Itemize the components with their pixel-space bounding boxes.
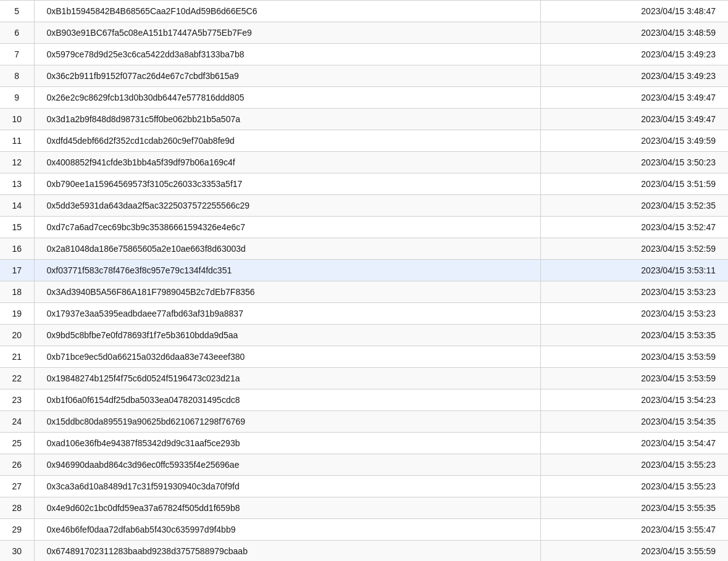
- transaction-hash[interactable]: 0xb71bce9ec5d0a66215a032d6daa83e743eeef3…: [34, 346, 540, 368]
- row-number: 25: [0, 433, 34, 454]
- table-row[interactable]: 290xe46b6fef0daa72dfab6ab5f430c635997d9f…: [0, 519, 728, 541]
- table-row[interactable]: 70x5979ce78d9d25e3c6ca5422dd3a8abf3133ba…: [0, 44, 728, 65]
- row-number: 17: [0, 260, 34, 281]
- row-number: 5: [0, 1, 34, 22]
- table-row[interactable]: 80x36c2b911fb9152f077ac26d4e67c7cbdf3b61…: [0, 65, 728, 87]
- transaction-hash[interactable]: 0xb1f06a0f6154df25dba5033ea04782031495cd…: [34, 389, 540, 411]
- table-row[interactable]: 100x3d1a2b9f848d8d98731c5ff0be062bb21b5a…: [0, 109, 728, 130]
- row-number: 6: [0, 22, 34, 44]
- transaction-date: 2023/04/15 3:53:35: [540, 325, 728, 346]
- table-row[interactable]: 170xf03771f583c78f476e3f8c957e79c134f4fd…: [0, 260, 728, 281]
- transaction-hash[interactable]: 0xd7c7a6ad7cec69bc3b9c35386661594326e4e6…: [34, 217, 540, 238]
- table-row[interactable]: 220x19848274b125f4f75c6d0524f5196473c023…: [0, 368, 728, 389]
- table-row[interactable]: 270x3ca3a6d10a8489d17c31f591930940c3da70…: [0, 476, 728, 497]
- transaction-date: 2023/04/15 3:54:35: [540, 411, 728, 433]
- transaction-hash[interactable]: 0xf03771f583c78f476e3f8c957e79c134f4fdc3…: [34, 260, 540, 281]
- transaction-hash[interactable]: 0x19848274b125f4f75c6d0524f5196473c023d2…: [34, 368, 540, 389]
- row-number: 20: [0, 325, 34, 346]
- transaction-hash[interactable]: 0x4e9d602c1bc0dfd59ea37a67824f505dd1f659…: [34, 497, 540, 519]
- transaction-date: 2023/04/15 3:50:23: [540, 152, 728, 173]
- row-number: 16: [0, 238, 34, 260]
- transaction-hash[interactable]: 0x9bd5c8bfbe7e0fd78693f1f7e5b3610bdda9d5…: [34, 325, 540, 346]
- table-row[interactable]: 50xB1b15945842B4B68565Caa2F10dAd59B6d66E…: [0, 1, 728, 22]
- table-row[interactable]: 210xb71bce9ec5d0a66215a032d6daa83e743eee…: [0, 346, 728, 368]
- transaction-date: 2023/04/15 3:48:47: [540, 1, 728, 22]
- transaction-date: 2023/04/15 3:49:23: [540, 65, 728, 87]
- transaction-hash[interactable]: 0x3d1a2b9f848d8d98731c5ff0be062bb21b5a50…: [34, 109, 540, 130]
- row-number: 21: [0, 346, 34, 368]
- table-row[interactable]: 120x4008852f941cfde3b1bb4a5f39df97b06a16…: [0, 152, 728, 173]
- transaction-date: 2023/04/15 3:52:35: [540, 195, 728, 217]
- row-number: 29: [0, 519, 34, 541]
- table-row[interactable]: 110xdfd45debf66d2f352cd1cdab260c9ef70ab8…: [0, 130, 728, 152]
- transaction-hash[interactable]: 0x5979ce78d9d25e3c6ca5422dd3a8abf3133ba7…: [34, 44, 540, 65]
- transaction-date: 2023/04/15 3:53:23: [540, 303, 728, 325]
- transaction-date: 2023/04/15 3:54:47: [540, 433, 728, 454]
- table-row[interactable]: 180x3Ad3940B5A56F86A181F7989045B2c7dEb7F…: [0, 281, 728, 303]
- transaction-date: 2023/04/15 3:49:23: [540, 44, 728, 65]
- row-number: 27: [0, 476, 34, 497]
- transaction-hash[interactable]: 0x3ca3a6d10a8489d17c31f591930940c3da70f9…: [34, 476, 540, 497]
- table-row[interactable]: 60xB903e91BC67fa5c08eA151b17447A5b775Eb7…: [0, 22, 728, 44]
- transaction-hash[interactable]: 0xad106e36fb4e94387f85342d9d9c31aaf5ce29…: [34, 433, 540, 454]
- transaction-date: 2023/04/15 3:54:23: [540, 389, 728, 411]
- table-row[interactable]: 300x674891702311283baabd9238d3757588979c…: [0, 541, 728, 562]
- transaction-date: 2023/04/15 3:55:59: [540, 541, 728, 562]
- row-number: 11: [0, 130, 34, 152]
- transaction-date: 2023/04/15 3:49:59: [540, 130, 728, 152]
- row-number: 10: [0, 109, 34, 130]
- transaction-hash[interactable]: 0x26e2c9c8629fcb13d0b30db6447e577816ddd8…: [34, 87, 540, 109]
- row-number: 26: [0, 454, 34, 476]
- transaction-date: 2023/04/15 3:55:47: [540, 519, 728, 541]
- transaction-hash[interactable]: 0xdfd45debf66d2f352cd1cdab260c9ef70ab8fe…: [34, 130, 540, 152]
- transaction-hash[interactable]: 0x3Ad3940B5A56F86A181F7989045B2c7dEb7F83…: [34, 281, 540, 303]
- row-number: 19: [0, 303, 34, 325]
- table-row[interactable]: 90x26e2c9c8629fcb13d0b30db6447e577816ddd…: [0, 87, 728, 109]
- transaction-date: 2023/04/15 3:52:59: [540, 238, 728, 260]
- transaction-hash[interactable]: 0xB1b15945842B4B68565Caa2F10dAd59B6d66E5…: [34, 1, 540, 22]
- table-row[interactable]: 140x5dd3e5931da643daa2f5ac32250375722555…: [0, 195, 728, 217]
- transaction-hash[interactable]: 0xB903e91BC67fa5c08eA151b17447A5b775Eb7F…: [34, 22, 540, 44]
- table-row[interactable]: 190x17937e3aa5395eadbdaee77afbd63af31b9a…: [0, 303, 728, 325]
- transaction-date: 2023/04/15 3:55:35: [540, 497, 728, 519]
- transaction-hash[interactable]: 0xb790ee1a15964569573f3105c26033c3353a5f…: [34, 173, 540, 195]
- transaction-date: 2023/04/15 3:53:23: [540, 281, 728, 303]
- table-row[interactable]: 260x946990daabd864c3d96ec0ffc59335f4e256…: [0, 454, 728, 476]
- transaction-hash[interactable]: 0x4008852f941cfde3b1bb4a5f39df97b06a169c…: [34, 152, 540, 173]
- row-number: 9: [0, 87, 34, 109]
- table-container: 50xB1b15945842B4B68565Caa2F10dAd59B6d66E…: [0, 0, 728, 561]
- transaction-date: 2023/04/15 3:55:23: [540, 476, 728, 497]
- transactions-table: 50xB1b15945842B4B68565Caa2F10dAd59B6d66E…: [0, 0, 728, 561]
- table-row[interactable]: 280x4e9d602c1bc0dfd59ea37a67824f505dd1f6…: [0, 497, 728, 519]
- transaction-date: 2023/04/15 3:53:59: [540, 368, 728, 389]
- transaction-hash[interactable]: 0x15ddbc80da895519a90625bd6210671298f767…: [34, 411, 540, 433]
- transaction-date: 2023/04/15 3:55:23: [540, 454, 728, 476]
- table-row[interactable]: 150xd7c7a6ad7cec69bc3b9c35386661594326e4…: [0, 217, 728, 238]
- table-row[interactable]: 230xb1f06a0f6154df25dba5033ea04782031495…: [0, 389, 728, 411]
- transaction-hash[interactable]: 0x674891702311283baabd9238d3757588979cba…: [34, 541, 540, 562]
- transaction-hash[interactable]: 0x17937e3aa5395eadbdaee77afbd63af31b9a88…: [34, 303, 540, 325]
- table-row[interactable]: 250xad106e36fb4e94387f85342d9d9c31aaf5ce…: [0, 433, 728, 454]
- transaction-date: 2023/04/15 3:53:59: [540, 346, 728, 368]
- transaction-hash[interactable]: 0x5dd3e5931da643daa2f5ac3225037572255566…: [34, 195, 540, 217]
- transaction-hash[interactable]: 0x2a81048da186e75865605a2e10ae663f8d6300…: [34, 238, 540, 260]
- transaction-date: 2023/04/15 3:48:59: [540, 22, 728, 44]
- row-number: 23: [0, 389, 34, 411]
- transaction-hash[interactable]: 0x36c2b911fb9152f077ac26d4e67c7cbdf3b615…: [34, 65, 540, 87]
- transaction-hash[interactable]: 0x946990daabd864c3d96ec0ffc59335f4e25696…: [34, 454, 540, 476]
- transaction-date: 2023/04/15 3:49:47: [540, 87, 728, 109]
- table-row[interactable]: 240x15ddbc80da895519a90625bd6210671298f7…: [0, 411, 728, 433]
- transaction-date: 2023/04/15 3:52:47: [540, 217, 728, 238]
- transaction-date: 2023/04/15 3:53:11: [540, 260, 728, 281]
- row-number: 24: [0, 411, 34, 433]
- transaction-date: 2023/04/15 3:51:59: [540, 173, 728, 195]
- table-row[interactable]: 130xb790ee1a15964569573f3105c26033c3353a…: [0, 173, 728, 195]
- row-number: 30: [0, 541, 34, 562]
- row-number: 8: [0, 65, 34, 87]
- table-row[interactable]: 160x2a81048da186e75865605a2e10ae663f8d63…: [0, 238, 728, 260]
- table-row[interactable]: 200x9bd5c8bfbe7e0fd78693f1f7e5b3610bdda9…: [0, 325, 728, 346]
- transaction-date: 2023/04/15 3:49:47: [540, 109, 728, 130]
- row-number: 13: [0, 173, 34, 195]
- transaction-hash[interactable]: 0xe46b6fef0daa72dfab6ab5f430c635997d9f4b…: [34, 519, 540, 541]
- row-number: 15: [0, 217, 34, 238]
